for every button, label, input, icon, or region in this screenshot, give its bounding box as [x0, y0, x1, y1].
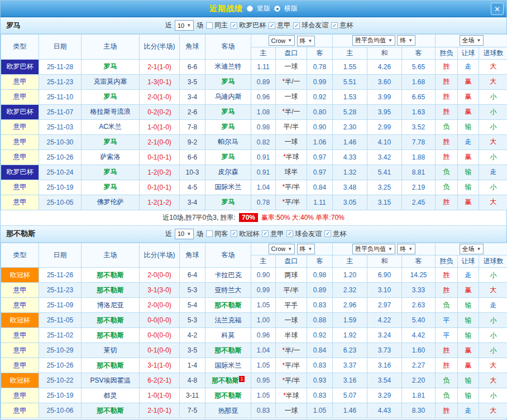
away-team-cell[interactable]: 国际米兰 [205, 180, 251, 195]
away-team-cell[interactable]: 科莫 [205, 328, 251, 343]
home-team-cell[interactable]: 罗马 [82, 59, 140, 74]
match-count-select[interactable]: 10 ▼ [175, 20, 194, 31]
filter-europa-league[interactable]: 欧罗巴杯 [231, 21, 266, 30]
home-team-cell[interactable]: 萨索洛 [82, 149, 140, 165]
horizontal-layout-radio[interactable] [274, 6, 280, 12]
away-team-cell[interactable]: 帕尔马 [205, 134, 251, 149]
avg-final-select[interactable]: 终▼ [397, 244, 415, 254]
away-team-cell[interactable]: 那不勒斯 [205, 298, 251, 313]
match-type-cell: 欧冠杯 [1, 268, 39, 283]
away-team-cell[interactable]: 米迪兰特 [205, 59, 251, 74]
filter-same-venue[interactable]: 同主 [206, 21, 228, 30]
goals-result-cell: 小 [479, 388, 507, 403]
checkbox-icon[interactable] [269, 22, 275, 29]
handicap-home-odds-cell: 1.05 [251, 358, 276, 373]
home-team-cell[interactable]: 那不勒斯 [82, 328, 140, 343]
home-team-cell[interactable]: 佛罗伦萨 [82, 195, 140, 210]
handicap-result-cell: 输 [458, 119, 479, 134]
col-corner: 角球 [180, 243, 205, 268]
vertical-layout-radio[interactable] [247, 6, 253, 12]
home-team-cell[interactable]: 克雷莫内塞 [82, 74, 140, 89]
checkbox-icon[interactable] [286, 230, 293, 237]
away-team-cell[interactable]: 罗马 [205, 195, 251, 210]
chevron-down-icon: ▼ [388, 38, 393, 43]
close-icon[interactable]: ✕ [491, 3, 504, 15]
home-team-cell[interactable]: 那不勒斯 [82, 313, 140, 328]
home-team-cell[interactable]: 格拉斯哥流浪 [82, 104, 140, 119]
away-team-cell[interactable]: 罗马 [205, 119, 251, 134]
checkbox-icon[interactable] [231, 230, 237, 237]
near-label: 近 [165, 229, 172, 239]
handicap-line-cell: 一球 [276, 59, 307, 74]
home-team-cell[interactable]: 那不勒斯 [82, 268, 140, 283]
filter-club-friendly[interactable]: 球会友谊 [293, 21, 328, 30]
away-team-cell[interactable]: 罗马 [205, 149, 251, 165]
away-team-cell[interactable]: 热那亚 [205, 403, 251, 418]
filter-same-venue[interactable]: 同客 [206, 229, 228, 239]
home-team-cell[interactable]: 莱切 [82, 343, 140, 358]
filter-serie-a[interactable]: 意甲 [269, 21, 290, 30]
home-team-cell[interactable]: 罗马 [82, 180, 140, 195]
match-row: 意甲25-10-30罗马2-1(0-0)9-2帕尔马0.82一球1.061.46… [1, 134, 507, 149]
filter-champions-league[interactable]: 欧冠杯 [231, 229, 259, 239]
avg-home-odds-cell: 5.51 [333, 74, 367, 89]
checkbox-icon[interactable] [331, 22, 338, 29]
score-cell: 0-2(0-2) [140, 104, 180, 119]
home-team-cell[interactable]: 罗马 [82, 134, 140, 149]
away-team-cell[interactable]: 乌迪内斯 [205, 89, 251, 104]
checkbox-icon[interactable] [324, 230, 331, 237]
away-team-cell[interactable]: 那不勒斯 [205, 388, 251, 403]
odds-final-select[interactable]: 终▼ [297, 244, 315, 254]
vertical-layout-label[interactable]: 竖版 [257, 4, 270, 13]
home-team-cell[interactable]: PSV埃因霍温 [82, 373, 140, 388]
match-row: 欧罗巴杯25-11-28罗马2-1(1-0)6-6米迪兰特1.11一球0.781… [1, 59, 507, 74]
away-team-cell[interactable]: 亚特兰大 [205, 283, 251, 298]
avg-odds-select[interactable]: 胜平负均值▼ [352, 35, 395, 46]
col-avg-draw: 和 [367, 255, 402, 268]
checkbox-icon[interactable] [262, 230, 269, 237]
filter-serie-a[interactable]: 意甲 [262, 229, 284, 239]
away-team-cell[interactable]: 罗马 [205, 74, 251, 89]
away-team-cell[interactable]: 那不勒斯1 [205, 373, 251, 388]
home-team-cell[interactable]: 博洛尼亚 [82, 298, 140, 313]
odds-source-select[interactable]: Crow▼ [269, 35, 295, 46]
away-team-cell[interactable]: 国际米兰 [205, 358, 251, 373]
horizontal-layout-label[interactable]: 横版 [284, 4, 298, 13]
away-team-cell[interactable]: 那不勒斯 [205, 343, 251, 358]
checkbox-icon[interactable] [206, 230, 213, 237]
away-team-cell[interactable]: 法兰克福 [205, 313, 251, 328]
home-team-cell[interactable]: 罗马 [82, 165, 140, 180]
away-team-cell[interactable]: 卡拉巴克 [205, 268, 251, 283]
odds-source-select[interactable]: Crow▼ [269, 244, 295, 254]
handicap-away-odds-cell: 0.80 [307, 104, 333, 119]
scope-select[interactable]: 全场▼ [460, 244, 484, 254]
col-score: 比分(半场) [140, 35, 180, 60]
home-team-cell[interactable]: 那不勒斯 [82, 358, 140, 373]
odds-final-select[interactable]: 终▼ [297, 36, 315, 46]
checkbox-label: 同客 [214, 229, 228, 239]
away-team-cell[interactable]: 皮尔森 [205, 165, 251, 180]
home-team-cell[interactable]: AC米兰 [82, 119, 140, 134]
checkbox-icon[interactable] [231, 22, 237, 29]
result-cell: 胜 [436, 74, 458, 89]
col-avg-away: 客 [402, 47, 436, 59]
avg-final-select[interactable]: 终▼ [397, 35, 415, 46]
home-team-cell[interactable]: 都灵 [82, 388, 140, 403]
filter-coppa-italia[interactable]: 意杯 [331, 21, 353, 30]
avg-odds-select[interactable]: 胜平负均值▼ [352, 244, 395, 254]
home-team-cell[interactable]: 罗马 [82, 89, 140, 104]
match-count-select[interactable]: 10 ▼ [175, 229, 194, 239]
filter-club-friendly[interactable]: 球会友谊 [286, 229, 322, 239]
filter-coppa-italia[interactable]: 意杯 [324, 229, 346, 239]
handicap-result-cell: 输 [458, 313, 479, 328]
corners-cell: 9-2 [180, 134, 205, 149]
home-team-cell[interactable]: 那不勒斯 [82, 403, 140, 418]
home-team-cell[interactable]: 那不勒斯 [82, 283, 140, 298]
checkbox-icon[interactable] [206, 22, 213, 29]
avg-away-odds-cell: 8.30 [402, 403, 436, 418]
scope-select[interactable]: 全场▼ [460, 35, 484, 46]
avg-away-odds-cell: 3.33 [402, 283, 436, 298]
checkbox-icon[interactable] [293, 22, 300, 29]
match-type-cell: 欧罗巴杯 [1, 104, 39, 119]
away-team-cell[interactable]: 罗马 [205, 104, 251, 119]
